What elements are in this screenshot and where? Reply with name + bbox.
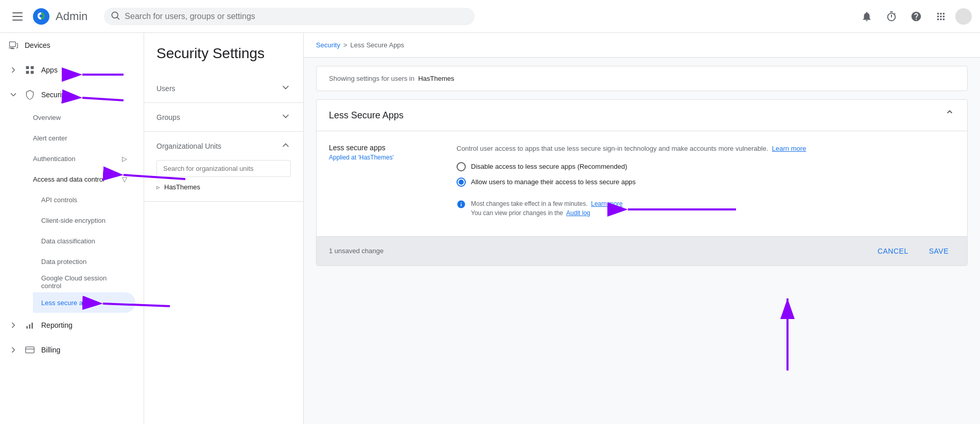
sidebar-item-reporting[interactable]: Reporting [0,313,135,338]
users-section: Users [144,74,303,103]
audit-log-link[interactable]: Audit log [566,209,590,217]
card-title: Less Secure Apps [329,110,404,121]
cancel-button[interactable]: CANCEL [871,243,915,259]
org-units-label: Organizational Units [156,142,221,150]
sidebar-item-data-protection[interactable]: Data protection [33,251,135,272]
sidebar-item-billing[interactable]: Billing [0,338,135,362]
svg-rect-4 [10,42,16,46]
overview-label: Overview [33,114,61,121]
client-encryption-label: Client-side encryption [41,217,106,224]
info-learn-more[interactable]: Learn more [591,200,622,207]
setting-desc: Control user access to apps that use les… [457,144,955,154]
google-admin-logo [33,8,49,25]
breadcrumb-security[interactable]: Security [316,41,340,49]
groups-chevron-icon [281,111,291,123]
sidebar-item-api-controls[interactable]: API controls [33,189,135,210]
radio-allow[interactable]: Allow users to manage their access to le… [457,178,955,187]
sidebar-item-authentication[interactable]: Authentication ▷ [25,148,135,169]
org-units-section-header[interactable]: Organizational Units [144,132,303,160]
apps-label: Apps [41,66,58,74]
context-org: HasThemes [418,75,454,82]
card-header: Less Secure Apps ⌃ [317,100,967,131]
menu-button[interactable] [8,7,27,26]
sidebar-item-apps[interactable]: Apps [0,58,135,82]
org-item-arrow: ▹ [156,183,160,191]
sidebar-item-devices[interactable]: Devices [0,33,135,58]
sidebar-item-access-data[interactable]: Access and data control ▽ [25,169,135,189]
security-label: Security [41,91,67,99]
svg-rect-11 [31,323,33,329]
alert-center-label: Alert center [33,134,67,142]
less-secure-apps-card: Less Secure Apps ⌃ Less secure apps Appl… [316,99,968,266]
access-expand-icon: ▽ [122,175,127,183]
security-expand-icon [8,90,19,100]
timer-icon[interactable] [881,6,902,27]
radio-allow-label: Allow users to manage their access to le… [471,178,636,186]
users-section-header[interactable]: Users [144,74,303,102]
data-classification-label: Data classification [41,237,95,245]
main-layout: Devices Apps Security Overview [0,33,980,424]
detail-panel: Security > Less Secure Apps Showing sett… [304,33,980,424]
org-item-hasthemes[interactable]: ▹ HasThemes [156,181,291,193]
radio-disable[interactable]: Disable access to less secure apps (Reco… [457,162,955,171]
setting-right: Control user access to apps that use les… [457,144,955,224]
unsaved-text: 1 unsaved change [329,247,383,255]
search-wrap [104,8,475,25]
radio-allow-inner [459,180,464,185]
authentication-label: Authentication [33,155,75,163]
content-area: Security Settings Users Groups [144,33,980,424]
billing-label: Billing [41,346,60,354]
detail-content: Showing settings for users in HasThemes … [304,58,980,274]
groups-section-header[interactable]: Groups [144,103,303,131]
sidebar-item-overview[interactable]: Overview [25,107,135,128]
info-icon [457,200,466,211]
org-units-section: Organizational Units ▹ HasThemes [144,132,303,202]
access-data-group: API controls Client-side encryption Data… [25,189,144,313]
search-input[interactable] [104,8,475,25]
access-data-label: Access and data control [33,175,104,183]
radio-disable-label: Disable access to less secure apps (Reco… [471,163,627,170]
svg-line-3 [117,17,119,20]
context-banner: Showing settings for users in HasThemes [316,66,968,91]
notifications-icon[interactable] [856,6,877,27]
devices-icon [8,40,19,50]
sidebar-item-security[interactable]: Security [0,82,135,107]
setting-row: Less secure apps Applied at 'HasThemes' … [317,131,967,236]
sidebar-item-alert-center[interactable]: Alert center [25,128,135,148]
svg-rect-9 [26,326,28,329]
help-icon[interactable] [906,6,926,27]
auth-expand-icon: ▷ [122,155,127,163]
sidebar-item-less-secure[interactable]: Less secure apps [33,292,135,313]
setting-left: Less secure apps Applied at 'HasThemes' [329,144,432,161]
setting-applied: Applied at 'HasThemes' [329,154,432,161]
admin-label: Admin [56,10,87,23]
sidebar-item-client-encryption[interactable]: Client-side encryption [33,210,135,231]
avatar[interactable] [955,8,972,25]
groups-section: Groups [144,103,303,132]
reporting-expand-icon [8,320,19,330]
groups-section-label: Groups [156,113,180,121]
apps-grid-icon[interactable] [931,6,951,27]
card-collapse-icon[interactable]: ⌃ [944,108,955,122]
svg-rect-12 [26,347,34,353]
apps-expand-icon [8,65,19,75]
setting-title: Less secure apps [329,144,432,152]
billing-icon [25,345,35,355]
topbar-right [856,6,972,27]
data-protection-label: Data protection [41,258,86,266]
svg-rect-7 [26,71,29,74]
security-group: Overview Alert center Authentication ▷ A… [0,107,144,313]
sidebar-item-google-cloud[interactable]: Google Cloud session control [33,272,135,292]
reporting-label: Reporting [41,321,73,329]
users-section-label: Users [156,84,176,93]
action-bar: 1 unsaved change CANCEL SAVE [317,236,967,266]
less-secure-label: Less secure apps [41,299,94,307]
devices-label: Devices [25,41,50,49]
sidebar-item-data-classification[interactable]: Data classification [33,231,135,251]
org-units-search[interactable] [156,160,291,177]
save-button[interactable]: SAVE [923,243,955,259]
learn-more-link[interactable]: Learn more [772,145,806,152]
search-bar [104,8,475,25]
breadcrumb-current: Less Secure Apps [351,41,405,49]
topbar: Admin [0,0,980,33]
